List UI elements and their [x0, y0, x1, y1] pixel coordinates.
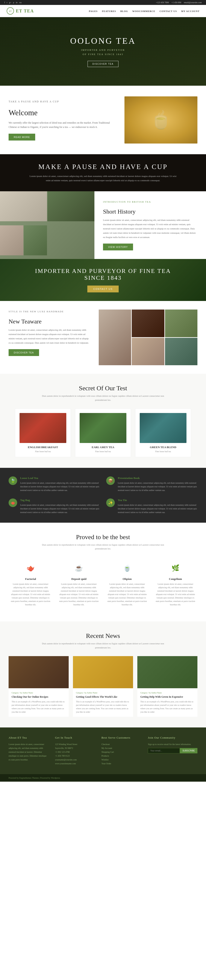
teaware-cta[interactable]: DISCOVER TEA — [9, 349, 39, 356]
history-img-1 — [0, 191, 47, 221]
pause-body: Lorem ipsum dolor sit amet, consectetuer… — [28, 174, 178, 183]
importer-banner: IMPORTER AND PURVEYOR OF FINE TEASINCE 1… — [0, 259, 206, 301]
footer-community-body: Sign up to receive email for the latest … — [148, 743, 197, 746]
proved-item-4-body: Lorem ipsum dolor sit amet, consectetuer… — [156, 582, 195, 606]
footer: About ET Tea Lorem ipsum dolor sit amet,… — [0, 727, 206, 774]
proved-item-2-title: Deposit quid — [59, 577, 99, 581]
proved-body: Duis autem dolor in reprehenderit in vol… — [38, 543, 168, 551]
footer-about-title: About ET Tea — [9, 736, 48, 740]
news-card-2: Category / by Author Name Getting Good E… — [73, 656, 133, 717]
linkedin-icon[interactable]: in — [16, 1, 18, 4]
phone2: +1 456 890 — [171, 1, 181, 4]
history-img-3 — [0, 225, 23, 255]
teaware-tag: STYLE IS THE NEW LUXE HANDMADE — [9, 310, 90, 314]
footer-link-products[interactable]: Products — [102, 754, 141, 758]
nav-account[interactable]: MY ACCOUNT — [181, 10, 200, 13]
feature-3-text: Tag Bag Lorem ipsum dolor sit amet, cons… — [20, 498, 100, 514]
teaware-body: Lorem ipsum dolor sit amet, consectetuer… — [9, 328, 90, 345]
product-desc-1: Fine loose leaf tea — [19, 450, 66, 453]
product-card-3: GREEN TEA BLEND Fine loose leaf tea — [135, 409, 191, 457]
footer-address-1: 123 Winding Wood Street — [55, 743, 95, 746]
footer-link-account[interactable]: My Account — [102, 746, 141, 750]
nav-pages[interactable]: PAGES — [89, 10, 97, 13]
news-title-3[interactable]: Getting Help With Green In Expensive — [141, 695, 195, 699]
footer-about: About ET Tea Lorem ipsum dolor sit amet,… — [9, 736, 48, 765]
proved-item-1: 🫖 Factorial Lorem ipsum dolor sit amet, … — [9, 557, 53, 611]
footer-link-cart[interactable]: Shopping Cart — [102, 750, 141, 754]
google-icon[interactable]: g+ — [9, 1, 11, 4]
teaware-section: STYLE IS THE NEW LUXE HANDMADE New Teawa… — [0, 301, 206, 374]
logo[interactable]: ET ET TEA — [6, 7, 34, 15]
news-body-3: This is an example of a WordPress post, … — [141, 700, 195, 714]
footer-link-checkout[interactable]: Checkout — [102, 743, 141, 746]
news-category-2: Category / by Author Name — [76, 691, 130, 694]
history-images — [0, 191, 94, 259]
news-content-3: Category / by Author Name Getting Help W… — [137, 688, 197, 717]
feature-2-title: Presentation Book — [118, 476, 197, 480]
nav-features[interactable]: FEATURES — [102, 10, 116, 13]
feature-3-title: Tag Bag — [20, 498, 100, 502]
teaware-text: STYLE IS THE NEW LUXE HANDMADE New Teawa… — [9, 310, 99, 365]
teaware-img-1 — [99, 310, 131, 365]
subscribe-button[interactable]: SUBSCRIBE — [180, 748, 197, 753]
feature-2-body: Lorem ipsum dolor sit amet, consectetuer… — [118, 481, 197, 492]
welcome-image: 🍵 — [125, 96, 197, 143]
news-title: Recent News — [9, 632, 197, 640]
feature-1-body: Lorem ipsum dolor sit amet, consectetuer… — [20, 481, 100, 492]
twitter-icon[interactable]: t — [6, 1, 7, 4]
footer-about-body: Lorem ipsum dolor sit amet, consectetuer… — [9, 743, 48, 762]
secret-section: Secret Of Our Test Duis autem dolor in r… — [0, 374, 206, 468]
product-img-3 — [140, 413, 187, 443]
footer-community-title: Join Our Community — [148, 736, 197, 740]
history-section: INTRODUCTION TO BRITISH TEA Short Histor… — [0, 191, 206, 259]
product-name-2: EARL GREY TEA — [80, 445, 126, 449]
teaware-img-3 — [165, 310, 197, 337]
footer-link-wishlist[interactable]: Wishlist — [102, 758, 141, 762]
news-title-2[interactable]: Getting Good Effects The World Like — [76, 695, 130, 699]
loose-leaf-icon: 🍃 — [9, 476, 17, 485]
feature-2-text: Presentation Book Lorem ipsum dolor sit … — [118, 476, 197, 492]
rss-icon[interactable]: rss — [19, 1, 22, 4]
footer-contact-list: 123 Winding Wood Street Sayreville, NJ 0… — [55, 743, 95, 765]
news-category-1: Category / by Author Name — [11, 691, 65, 694]
proved-icon-2: ☕ — [72, 562, 85, 574]
footer-address-2: Sayreville, NJ 08872 — [55, 746, 95, 750]
pause-title: MAKE A PAUSE AND HAVE A CUP — [38, 163, 168, 171]
footer-customers-title: Best Serve Customers — [102, 736, 141, 740]
subscribe-input[interactable] — [148, 748, 180, 753]
product-card-1: ENGLISH BREAKFAST Fine loose leaf tea — [15, 409, 71, 457]
pinterest-icon[interactable]: p — [13, 1, 14, 4]
nav-contact[interactable]: CONTACT US — [160, 10, 177, 13]
social-links[interactable]: f t g+ p in rss — [4, 1, 22, 4]
history-cta[interactable]: VIEW HISTORY — [103, 243, 133, 250]
importer-cta[interactable]: CONTACT US — [87, 286, 119, 293]
welcome-cta[interactable]: READ MORE — [9, 134, 35, 140]
facebook-icon[interactable]: f — [4, 1, 5, 4]
product-desc-3: Fine loose leaf tea — [140, 450, 187, 453]
features-section: 🍃 Loose Leaf Tea Lorem ipsum dolor sit a… — [0, 468, 206, 523]
pause-banner: MAKE A PAUSE AND HAVE A CUP Lorem ipsum … — [0, 154, 206, 191]
hero-content: OOLONG TEA IMPORTER AND PURVEYOROF FINE … — [70, 36, 136, 67]
news-img-2 — [73, 656, 133, 688]
history-body: Lorem ipsum dolor sit amet, consectetuer… — [103, 218, 197, 239]
news-card-3: Category / by Author Name Getting Help W… — [137, 656, 197, 717]
news-title-1[interactable]: Checking Our for Online Recipes — [11, 695, 65, 699]
tea-tin-icon: ✨ — [106, 498, 115, 507]
proved-item-4-title: Congelium — [156, 577, 195, 581]
teaware-img-5 — [165, 338, 197, 366]
hero-cta[interactable]: DISCOVER TEA — [88, 61, 118, 67]
history-img-row — [0, 225, 47, 259]
nav-blog[interactable]: BLOG — [120, 10, 128, 13]
welcome-text: TAKE A PAUSE AND HAVE A CUP Welcome We c… — [9, 99, 116, 140]
welcome-tag: TAKE A PAUSE AND HAVE A CUP — [9, 99, 116, 104]
teaware-images — [99, 310, 197, 365]
footer-link-order[interactable]: Your Order — [102, 762, 141, 765]
proved-item-3-title: Obpion — [107, 577, 147, 581]
teaware-title: New Teaware — [9, 318, 90, 325]
nav-woocommerce[interactable]: WOOCOMMERCE — [133, 10, 155, 13]
tea-decoration: 🍵 — [150, 110, 172, 130]
proved-item-1-body: Lorem ipsum dolor sit amet, consectetuer… — [11, 582, 50, 606]
product-name-3: GREEN TEA BLEND — [140, 445, 187, 449]
news-body-1: This is an example of a WordPress post, … — [11, 700, 65, 714]
logo-text: ET TEA — [16, 9, 34, 13]
